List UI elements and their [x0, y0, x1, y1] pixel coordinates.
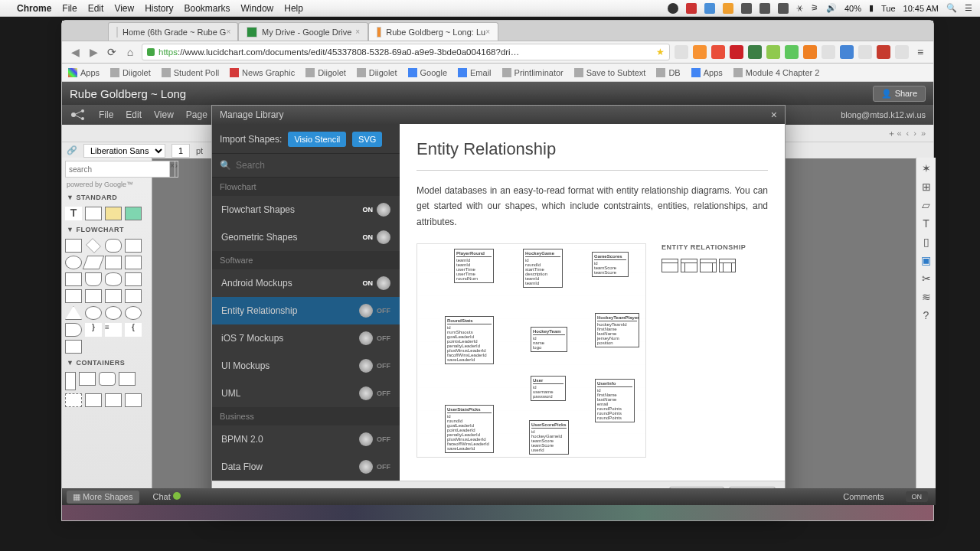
extension-icon[interactable] [840, 45, 854, 59]
bookmark-item[interactable]: Printliminator [502, 68, 564, 77]
menu-bookmarks[interactable]: Bookmarks [185, 3, 230, 14]
er-shape[interactable] [662, 259, 678, 272]
app-menu-file[interactable]: File [99, 109, 113, 120]
reload-button[interactable]: ⟳ [105, 46, 119, 58]
shape[interactable] [105, 272, 122, 286]
status-icon[interactable] [723, 3, 733, 14]
text-tool-icon[interactable]: T [920, 217, 933, 231]
bookmark-item[interactable]: Student Poll [162, 68, 219, 77]
library-toggle[interactable]: OFF [359, 359, 390, 373]
bookmark-item[interactable]: DB [656, 68, 680, 77]
url-input[interactable]: https://www.lucidchart.com/documents/edi… [142, 44, 670, 60]
category-header[interactable]: ▼ FLOWCHART [62, 223, 152, 236]
block-shape[interactable] [125, 207, 142, 220]
chat-button[interactable]: Chat [153, 492, 181, 501]
shape[interactable]: { [125, 323, 142, 337]
grid-icon[interactable]: ⊞ [920, 181, 933, 194]
library-toggle[interactable]: OFF [359, 331, 390, 345]
shape[interactable] [65, 340, 82, 354]
shape[interactable] [105, 289, 122, 303]
library-item[interactable]: Entity RelationshipOFF [212, 297, 400, 324]
status-icon[interactable] [760, 3, 770, 14]
library-item[interactable]: UI MockupsOFF [212, 352, 400, 380]
star-icon[interactable]: ★ [656, 47, 665, 57]
size-input[interactable] [172, 144, 190, 158]
category-header[interactable]: ▼ STANDARD [62, 191, 152, 204]
library-toggle[interactable]: OFF [359, 432, 390, 446]
shape[interactable] [125, 393, 142, 407]
battery-icon[interactable]: ▮ [869, 3, 874, 13]
note-shape[interactable] [105, 207, 122, 220]
app-menu-page[interactable]: Page [186, 109, 207, 120]
er-shape[interactable] [681, 259, 697, 272]
menu-history[interactable]: History [145, 3, 173, 14]
library-section-header[interactable]: Flowchart [212, 178, 400, 196]
next-page-icon[interactable]: › [913, 129, 916, 138]
shape[interactable] [125, 272, 142, 286]
extension-icon[interactable] [693, 45, 707, 59]
er-shape[interactable] [700, 259, 717, 272]
library-section-header[interactable]: Business [212, 407, 400, 425]
more-shapes-button[interactable]: ▦ More Shapes [67, 491, 139, 504]
rect-shape[interactable] [85, 207, 102, 220]
shape[interactable] [65, 323, 82, 337]
shape[interactable] [85, 306, 102, 320]
shape[interactable] [105, 256, 122, 269]
library-toggle[interactable]: ON [363, 230, 391, 244]
bookmark-item[interactable]: News Graphic [230, 68, 295, 77]
library-item[interactable]: Data FlowOFF [212, 453, 400, 481]
spotlight-icon[interactable]: 🔍 [946, 3, 957, 13]
crop-icon[interactable]: ✂ [920, 272, 933, 286]
text-shape[interactable]: T [65, 207, 82, 220]
bookmark-item[interactable]: Email [458, 68, 492, 77]
last-page-icon[interactable]: » [921, 129, 926, 138]
er-shape[interactable] [719, 259, 736, 272]
status-icon[interactable] [668, 3, 678, 14]
shape[interactable] [99, 372, 116, 386]
category-header[interactable]: ▼ CONTAINERS [62, 357, 152, 369]
browser-tab[interactable]: Rube Goldberg ~ Long: Lu× [368, 22, 498, 41]
first-page-icon[interactable]: « [897, 129, 901, 138]
search-go-icon[interactable]: › [175, 161, 178, 178]
shape[interactable] [86, 238, 101, 253]
menu-edit[interactable]: Edit [88, 3, 104, 14]
app-name[interactable]: Chrome [17, 3, 51, 14]
bluetooth-icon[interactable]: ⚹ [796, 3, 803, 13]
font-select[interactable]: Liberation Sans [83, 144, 165, 158]
library-section-header[interactable]: Software [212, 251, 400, 269]
wifi-icon[interactable]: ⚞ [811, 3, 818, 13]
shape[interactable] [79, 372, 96, 386]
shape[interactable] [85, 393, 102, 407]
bookmark-item[interactable]: Diigolet [305, 68, 346, 77]
shape[interactable] [105, 239, 122, 253]
bookmark-item[interactable]: Diigolet [357, 68, 397, 77]
image-icon[interactable]: ▣ [920, 254, 933, 268]
modal-close-icon[interactable]: × [771, 109, 777, 121]
library-toggle[interactable]: OFF [359, 460, 390, 474]
target-icon[interactable]: ✶ [920, 162, 933, 176]
extension-icon[interactable] [822, 45, 835, 59]
shape[interactable] [65, 256, 82, 269]
library-search-input[interactable] [236, 160, 392, 171]
shape[interactable] [105, 306, 122, 320]
menu-view[interactable]: View [114, 3, 134, 14]
shape[interactable] [125, 306, 142, 320]
bookmark-item[interactable]: Save to Subtext [574, 68, 646, 77]
comments-button[interactable]: Comments [843, 492, 884, 501]
library-item[interactable]: Flowchart ShapesON [212, 196, 400, 223]
browser-tab[interactable]: My Drive - Google Drive× [238, 22, 368, 41]
extension-icon[interactable] [895, 45, 909, 59]
extension-icon[interactable] [803, 45, 817, 59]
bookmark-item[interactable]: Module 4 Chapter 2 [733, 68, 820, 77]
library-item[interactable]: Android MockupsON [212, 269, 400, 297]
library-item[interactable]: iOS 7 MockupsOFF [212, 324, 400, 352]
library-item[interactable]: UMLOFF [212, 380, 400, 407]
shape[interactable] [125, 289, 142, 303]
prev-page-icon[interactable]: ‹ [906, 129, 910, 138]
shape[interactable] [125, 239, 142, 253]
shape[interactable] [125, 256, 142, 269]
shape[interactable]: } [85, 323, 102, 337]
bookmark-item[interactable]: Diigolet [110, 68, 151, 77]
link-icon[interactable]: 🔗 [67, 145, 77, 155]
app-logo-icon[interactable] [70, 106, 87, 123]
